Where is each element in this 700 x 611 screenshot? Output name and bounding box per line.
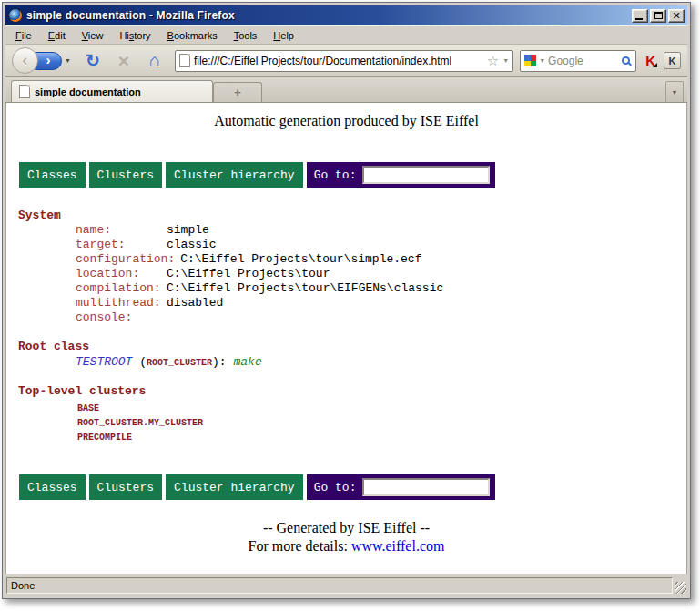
root-cluster-link[interactable]: ROOT_CLUSTER xyxy=(147,358,212,368)
stop-button[interactable]: × xyxy=(113,49,135,73)
url-dropdown-icon[interactable]: ▼ xyxy=(502,57,509,64)
menu-tools[interactable]: Tools xyxy=(226,28,266,43)
home-icon: ⌂ xyxy=(149,50,160,71)
goto-input-bottom[interactable] xyxy=(362,478,490,496)
root-class-line: TESTROOT (ROOT_CLUSTER): make xyxy=(76,354,679,371)
doc-nav-top: Classes Clusters Cluster hierarchy Go to… xyxy=(19,162,679,188)
bookmark-star-icon[interactable]: ☆ xyxy=(487,54,499,67)
root-class-heading: Root class xyxy=(18,339,679,354)
resize-grip[interactable] xyxy=(675,582,686,594)
url-input[interactable] xyxy=(194,55,483,67)
forward-arrow-icon: › xyxy=(46,53,51,66)
doc-nav-bottom: Classes Clusters Cluster hierarchy Go to… xyxy=(19,474,679,500)
kaspersky-icon[interactable]: K xyxy=(645,54,655,67)
cluster-hierarchy-button-bottom[interactable]: Cluster hierarchy xyxy=(166,474,303,500)
eiffel-website-link[interactable]: www.eiffel.com xyxy=(351,538,445,554)
goto-box: Go to: xyxy=(307,162,496,188)
menu-edit[interactable]: Edit xyxy=(40,28,74,43)
firefox-icon xyxy=(8,8,23,23)
cluster-link-my-cluster[interactable]: ROOT_CLUSTER.MY_CLUSTER xyxy=(77,416,679,431)
back-forward-group: ‹ › ▼ xyxy=(12,47,71,74)
kaspersky-toolbar-button[interactable]: K xyxy=(664,52,681,69)
clusters-button-bottom[interactable]: Clusters xyxy=(89,474,162,500)
back-arrow-icon: ‹ xyxy=(22,51,27,68)
page-icon xyxy=(179,54,190,67)
reload-icon: ↻ xyxy=(86,50,100,71)
system-row-target: target:classic xyxy=(76,238,679,252)
classes-button[interactable]: Classes xyxy=(19,162,86,188)
reload-button[interactable]: ↻ xyxy=(82,49,104,73)
home-button[interactable]: ⌂ xyxy=(144,49,166,73)
page-content: Automatic generation produced by ISE Eif… xyxy=(5,103,687,574)
menu-bar: File Edit View History Bookmarks Tools H… xyxy=(5,25,687,44)
goto-input[interactable] xyxy=(362,166,490,184)
system-row-compilation: compilation:C:\Eiffel Projects\tour\EIFG… xyxy=(76,281,679,296)
forward-button[interactable]: › xyxy=(35,52,62,70)
tab-list-dropdown-button[interactable]: ▼ xyxy=(665,81,684,102)
system-row-configuration: configuration:C:\Eiffel Projects\tour\si… xyxy=(76,252,679,267)
status-field: Done xyxy=(6,577,673,594)
cluster-link-precompile[interactable]: PRECOMPILE xyxy=(77,431,679,445)
new-tab-plus-icon: + xyxy=(234,86,241,99)
menu-view[interactable]: View xyxy=(74,28,112,43)
navigation-toolbar: ‹ › ▼ ↻ × ⌂ ☆ ▼ ▼ K K xyxy=(5,44,687,77)
cluster-hierarchy-button[interactable]: Cluster hierarchy xyxy=(166,162,303,188)
status-bar: Done xyxy=(5,575,687,596)
title-bar[interactable]: simple documentation - Mozilla Firefox ✕ xyxy=(5,5,687,25)
doc-footer: -- Generated by ISE Eiffel -- For more d… xyxy=(14,519,679,555)
cluster-list: BASE ROOT_CLUSTER.MY_CLUSTER PRECOMPILE xyxy=(77,402,679,445)
goto-label: Go to: xyxy=(314,168,357,182)
classes-button-bottom[interactable]: Classes xyxy=(19,474,86,500)
goto-label-bottom: Go to: xyxy=(314,481,357,494)
close-button[interactable]: ✕ xyxy=(668,9,685,23)
new-tab-button[interactable]: + xyxy=(213,82,262,102)
stop-icon: × xyxy=(118,50,129,72)
menu-bookmarks[interactable]: Bookmarks xyxy=(159,28,226,43)
clusters-button[interactable]: Clusters xyxy=(89,162,162,188)
page-heading: Automatic generation produced by ISE Eif… xyxy=(14,113,679,129)
window-title: simple documentation - Mozilla Firefox xyxy=(26,9,632,22)
tab-label: simple documentation xyxy=(35,87,141,97)
url-bar[interactable]: ☆ ▼ xyxy=(175,50,513,72)
search-engine-dropdown-icon[interactable]: ▼ xyxy=(539,57,545,64)
browser-window: simple documentation - Mozilla Firefox ✕… xyxy=(2,2,691,599)
close-icon: ✕ xyxy=(672,12,680,20)
maximize-button[interactable] xyxy=(650,9,666,23)
tab-page-icon xyxy=(19,85,30,98)
goto-box-bottom: Go to: xyxy=(307,474,496,500)
search-box[interactable]: ▼ xyxy=(520,50,636,72)
search-input[interactable] xyxy=(548,55,619,67)
status-text: Done xyxy=(11,580,35,591)
cluster-link-base[interactable]: BASE xyxy=(77,402,679,416)
system-rows: name:simple target:classic configuration… xyxy=(76,223,679,325)
tab-simple-documentation[interactable]: simple documentation xyxy=(11,80,213,102)
system-row-console: console: xyxy=(76,311,679,325)
generated-by-text: -- Generated by ISE Eiffel -- xyxy=(14,519,679,537)
back-button[interactable]: ‹ xyxy=(12,47,38,74)
system-row-location: location:C:\Eiffel Projects\tour xyxy=(76,267,679,281)
top-level-clusters-heading: Top-level clusters xyxy=(18,383,679,399)
menu-help[interactable]: Help xyxy=(265,28,302,43)
system-row-multithread: multithread:disabled xyxy=(76,296,679,311)
google-icon xyxy=(524,55,536,66)
system-row-name: name:simple xyxy=(76,223,679,238)
search-magnifier-icon[interactable] xyxy=(622,56,630,65)
maximize-icon xyxy=(654,12,663,19)
minimize-icon xyxy=(635,18,643,20)
minimize-button[interactable] xyxy=(632,9,648,23)
history-dropdown-icon[interactable]: ▼ xyxy=(65,57,71,64)
tab-bar: simple documentation + ▼ xyxy=(5,77,687,103)
window-controls: ✕ xyxy=(632,9,685,23)
more-details-line: For more details: www.eiffel.com xyxy=(14,537,679,555)
system-heading: System xyxy=(18,208,679,223)
menu-history[interactable]: History xyxy=(111,28,158,43)
menu-file[interactable]: File xyxy=(7,28,40,43)
root-class-link[interactable]: TESTROOT xyxy=(76,355,132,369)
make-feature-link[interactable]: make xyxy=(233,355,261,369)
